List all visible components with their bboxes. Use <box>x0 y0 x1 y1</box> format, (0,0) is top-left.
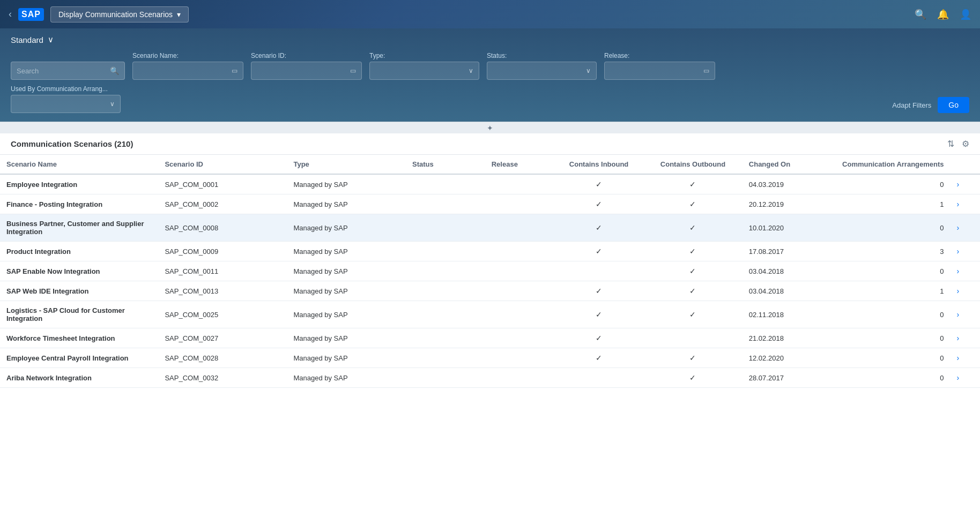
type-input[interactable] <box>375 67 465 75</box>
app-title-dropdown[interactable]: Display Communication Scenarios ▾ <box>50 6 189 22</box>
cell-status <box>406 328 485 348</box>
cell-status <box>406 261 485 281</box>
table-row[interactable]: Product Integration SAP_COM_0009 Managed… <box>0 242 980 261</box>
cell-nav[interactable]: › <box>951 174 980 194</box>
cell-contains-outbound: ✓ <box>643 174 743 194</box>
row-nav-arrow[interactable]: › <box>957 180 960 189</box>
search-icon[interactable]: 🔍 <box>915 9 926 20</box>
outbound-check: ✓ <box>689 223 696 232</box>
used-by-group: Used By Communication Arrang... ∨ <box>11 85 121 113</box>
type-select-wrapper[interactable]: ∨ <box>369 62 479 80</box>
row-nav-arrow[interactable]: › <box>957 287 960 295</box>
row-nav-arrow[interactable]: › <box>957 247 960 256</box>
table-body: Employee Integration SAP_COM_0001 Manage… <box>0 174 980 388</box>
cell-status <box>406 214 485 242</box>
table-row[interactable]: Logistics - SAP Cloud for Customer Integ… <box>0 301 980 328</box>
table-row[interactable]: Employee Integration SAP_COM_0001 Manage… <box>0 174 980 194</box>
col-header-nav <box>951 155 980 174</box>
row-nav-arrow[interactable]: › <box>957 267 960 275</box>
cell-nav[interactable]: › <box>951 328 980 348</box>
cell-scenario-id: SAP_COM_0013 <box>158 281 287 301</box>
cell-contains-outbound: ✓ <box>643 281 743 301</box>
cell-nav[interactable]: › <box>951 214 980 242</box>
table-row[interactable]: SAP Web IDE Integration SAP_COM_0013 Man… <box>0 281 980 301</box>
cell-nav[interactable]: › <box>951 194 980 214</box>
table-row[interactable]: Employee Central Payroll Integration SAP… <box>0 348 980 368</box>
sort-icon[interactable]: ⇅ <box>947 139 954 149</box>
status-select-wrapper[interactable]: ∨ <box>487 62 597 80</box>
scenario-name-input[interactable] <box>138 67 228 75</box>
outbound-check: ✓ <box>689 354 696 362</box>
row-nav-arrow[interactable]: › <box>957 223 960 232</box>
table-row[interactable]: Finance - Posting Integration SAP_COM_00… <box>0 194 980 214</box>
release-label: Release: <box>604 52 715 59</box>
used-by-label: Used By Communication Arrang... <box>11 85 121 93</box>
scenario-id-expand-icon[interactable]: ▭ <box>350 67 356 74</box>
cell-scenario-name: Employee Central Payroll Integration <box>0 348 158 368</box>
used-by-chevron-icon[interactable]: ∨ <box>110 100 115 108</box>
user-icon[interactable]: 👤 <box>960 9 971 20</box>
inbound-check: ✓ <box>596 247 602 256</box>
outbound-check: ✓ <box>689 180 696 189</box>
inbound-check: ✓ <box>596 354 602 362</box>
inbound-check: ✓ <box>596 223 602 232</box>
used-by-select-wrapper[interactable]: ∨ <box>11 95 121 113</box>
status-chevron-icon[interactable]: ∨ <box>586 67 591 74</box>
cell-nav[interactable]: › <box>951 301 980 328</box>
cell-type: Managed by SAP <box>287 242 406 261</box>
cell-nav[interactable]: › <box>951 281 980 301</box>
row-nav-arrow[interactable]: › <box>957 373 960 382</box>
row-nav-arrow[interactable]: › <box>957 334 960 342</box>
outbound-check: ✓ <box>689 200 696 208</box>
release-expand-icon[interactable]: ▭ <box>703 67 709 74</box>
cell-status <box>406 368 485 388</box>
table-row[interactable]: Ariba Network Integration SAP_COM_0032 M… <box>0 368 980 388</box>
back-button[interactable]: ‹ <box>9 9 12 20</box>
table-row[interactable]: SAP Enable Now Integration SAP_COM_0011 … <box>0 261 980 281</box>
table-row[interactable]: Business Partner, Customer and Supplier … <box>0 214 980 242</box>
cell-communication-arrangements: 0 <box>831 328 951 348</box>
table-header-row: Communication Scenarios (210) ⇅ ⚙ <box>0 133 980 155</box>
scenario-name-label: Scenario Name: <box>132 52 243 59</box>
cell-scenario-id: SAP_COM_0008 <box>158 214 287 242</box>
standard-chevron-icon[interactable]: ∨ <box>48 35 54 44</box>
row-nav-arrow[interactable]: › <box>957 354 960 362</box>
scenario-id-input[interactable] <box>257 67 347 75</box>
cell-changed-on: 03.04.2018 <box>743 261 831 281</box>
cell-contains-inbound: ✓ <box>554 174 643 194</box>
release-input-wrapper[interactable]: ▭ <box>604 62 715 80</box>
cell-changed-on: 28.07.2017 <box>743 368 831 388</box>
cell-scenario-name: Logistics - SAP Cloud for Customer Integ… <box>0 301 158 328</box>
used-by-input[interactable] <box>17 100 107 108</box>
pin-handle[interactable]: ✦ <box>0 122 980 133</box>
scenario-name-input-wrapper[interactable]: ▭ <box>132 62 243 80</box>
type-chevron-icon[interactable]: ∨ <box>469 67 473 74</box>
scenario-name-expand-icon[interactable]: ▭ <box>232 67 237 74</box>
release-input[interactable] <box>610 67 700 75</box>
cell-nav[interactable]: › <box>951 242 980 261</box>
adapt-filters-button[interactable]: Adapt Filters <box>892 101 931 109</box>
cell-nav[interactable]: › <box>951 368 980 388</box>
cell-changed-on: 02.11.2018 <box>743 301 831 328</box>
cell-nav[interactable]: › <box>951 348 980 368</box>
row-nav-arrow[interactable]: › <box>957 310 960 319</box>
dropdown-arrow-icon: ▾ <box>177 10 181 19</box>
table-row[interactable]: Workforce Timesheet Integration SAP_COM_… <box>0 328 980 348</box>
status-input[interactable] <box>493 67 583 75</box>
go-button[interactable]: Go <box>938 97 969 113</box>
scenario-id-label: Scenario ID: <box>251 52 362 59</box>
type-group: Type: ∨ <box>369 52 479 80</box>
cell-type: Managed by SAP <box>287 348 406 368</box>
cell-contains-inbound: ✓ <box>554 281 643 301</box>
search-input[interactable] <box>17 67 107 75</box>
cell-nav[interactable]: › <box>951 261 980 281</box>
cell-contains-inbound <box>554 368 643 388</box>
cell-contains-outbound: ✓ <box>643 214 743 242</box>
bell-icon[interactable]: 🔔 <box>937 9 949 20</box>
cell-communication-arrangements: 1 <box>831 281 951 301</box>
row-nav-arrow[interactable]: › <box>957 200 960 208</box>
cell-type: Managed by SAP <box>287 194 406 214</box>
table-settings-icon[interactable]: ⚙ <box>962 139 969 149</box>
scenario-id-input-wrapper[interactable]: ▭ <box>251 62 362 80</box>
cell-contains-inbound: ✓ <box>554 348 643 368</box>
